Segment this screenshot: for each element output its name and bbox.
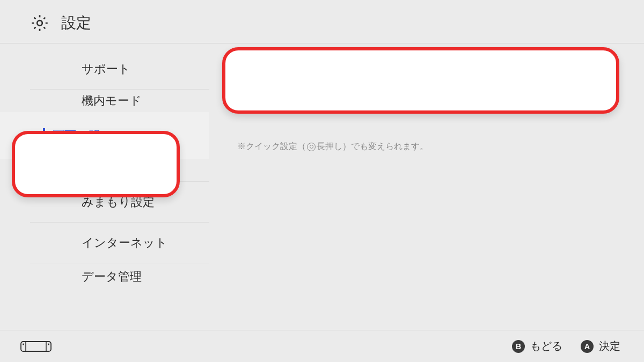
sidebar-item-lock[interactable]: ロック: [30, 159, 209, 182]
sidebar-item-data-management[interactable]: データ管理: [30, 263, 209, 290]
brightness-slider-track[interactable]: [268, 108, 592, 109]
sidebar-item-label: ロック: [82, 160, 119, 176]
svg-point-1: [253, 108, 255, 110]
confirm-button[interactable]: A 決定: [581, 339, 620, 353]
sidebar-item-label: インターネット: [82, 235, 167, 251]
option-label: 明るさの自動調節: [252, 69, 348, 85]
home-button-icon: [307, 143, 316, 151]
back-button-label: もどる: [530, 339, 562, 353]
option-value: ON: [586, 71, 603, 84]
controller-icon: [20, 340, 52, 353]
brightness-slider-row[interactable]: [235, 94, 619, 117]
sidebar-item-support[interactable]: サポート: [30, 49, 209, 90]
header: 設定: [0, 0, 644, 43]
page-title: 設定: [61, 13, 91, 33]
sidebar-item-parental-controls[interactable]: みまもり設定: [30, 182, 209, 223]
svg-point-0: [37, 20, 42, 26]
back-button[interactable]: B もどる: [512, 339, 562, 353]
confirm-button-label: 決定: [599, 339, 620, 353]
sidebar-item-label: みまもり設定: [82, 194, 155, 210]
sidebar-item-label: 画面の明るさ: [53, 128, 125, 144]
gear-icon: [30, 13, 49, 33]
svg-point-5: [48, 343, 49, 345]
auto-brightness-option[interactable]: 明るさの自動調節 ON: [235, 61, 619, 94]
sidebar-item-airplane-mode[interactable]: 機内モード: [30, 90, 209, 112]
sidebar: サポート 機内モード 画面の明るさ ロック みまもり設定 インターネット データ…: [0, 43, 209, 329]
main-panel: 明るさの自動調節 ON ※クイック設定（ 長押し）でも変えられます。: [209, 43, 644, 329]
sidebar-item-internet[interactable]: インターネット: [30, 223, 209, 263]
b-button-icon: B: [512, 340, 525, 353]
svg-rect-3: [26, 342, 46, 351]
a-button-icon: A: [581, 340, 594, 353]
sun-small-icon: [251, 105, 258, 112]
sidebar-item-label: 機内モード: [82, 93, 142, 109]
sidebar-item-screen-brightness[interactable]: 画面の明るさ: [0, 112, 209, 159]
sidebar-item-label: データ管理: [82, 269, 142, 285]
selection-indicator: [43, 128, 45, 143]
quick-settings-note: ※クイック設定（ 長押し）でも変えられます。: [237, 141, 619, 152]
sidebar-item-label: サポート: [82, 61, 130, 77]
footer: B もどる A 決定: [0, 330, 644, 362]
svg-point-4: [23, 343, 24, 345]
